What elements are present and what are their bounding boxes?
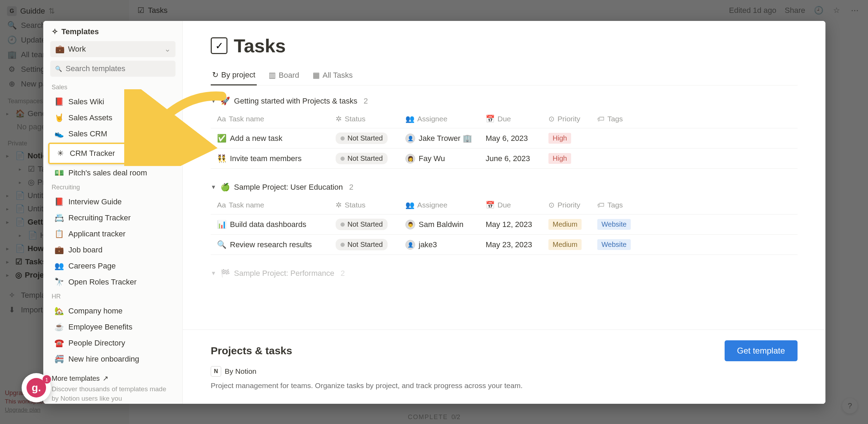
templates-sidebar: ✧ Templates 💼 Work ⌄ 🔍 Sales📕Sales Wiki🤘…: [43, 21, 183, 404]
external-link-icon: ↗: [103, 374, 108, 383]
priority-tag: Medium: [548, 219, 582, 230]
group-header[interactable]: ▼🏁Sample Project: Performance2: [211, 265, 798, 282]
group-toggle-icon[interactable]: ▼: [211, 98, 216, 104]
table-row[interactable]: ✅Add a new task Not Started 👤Jake Trower…: [211, 128, 798, 149]
group-toggle-icon[interactable]: ▼: [211, 184, 216, 190]
template-item[interactable]: 💵Pitch's sales deal room: [46, 165, 180, 181]
view-tab-icon: ↻: [212, 70, 218, 80]
badge-count: 1: [43, 375, 51, 384]
template-preview: ✓ Tasks ↻By project▥Board▦All Tasks ▼🚀Ge…: [183, 21, 825, 404]
template-item-crm-tracker[interactable]: ✳CRM Tracker: [48, 143, 178, 164]
priority-tag: Medium: [548, 239, 582, 250]
template-emoji-icon: 💵: [54, 168, 63, 177]
group-header[interactable]: ▼🚀Getting started with Projects & tasks2: [211, 92, 798, 110]
template-search[interactable]: 🔍: [50, 61, 175, 77]
priority-tag: High: [548, 153, 571, 164]
table-row[interactable]: 📊Build data dashboards Not Started 👨Sam …: [211, 214, 798, 235]
assignee-cell: 👤Jake Trower 🏢: [405, 134, 473, 143]
priority-tag: High: [548, 133, 571, 144]
view-tab[interactable]: ▦All Tasks: [311, 67, 354, 85]
view-tab[interactable]: ↻By project: [211, 67, 257, 85]
footer-title: Projects & tasks: [211, 345, 292, 357]
template-item[interactable]: 🤘Sales Assets: [46, 110, 180, 126]
template-emoji-icon: 🔭: [54, 278, 63, 287]
avatar-icon: 👤: [405, 134, 415, 143]
assignee-cell: 👩Fay Wu: [405, 154, 473, 164]
template-group-label: Recruiting: [43, 181, 182, 194]
assignee-cell: 👨Sam Baldwin: [405, 220, 473, 229]
template-category-select[interactable]: 💼 Work ⌄: [50, 41, 175, 57]
template-item[interactable]: 📕Sales Wiki: [46, 94, 180, 110]
chevron-down-icon: ⌄: [164, 45, 171, 54]
guidde-badge[interactable]: g. 1: [22, 373, 51, 402]
template-emoji-icon: 💼: [54, 245, 63, 255]
assignee-cell: 👤jake3: [405, 240, 473, 250]
more-templates-sub: Discover thousands of templates made by …: [43, 385, 182, 403]
template-emoji-icon: 📕: [54, 197, 63, 206]
template-emoji-icon: ✳: [56, 149, 65, 158]
template-item[interactable]: 🔭Open Roles Tracker: [46, 274, 180, 290]
templates-modal: ✧ Templates 💼 Work ⌄ 🔍 Sales📕Sales Wiki🤘…: [43, 21, 825, 404]
template-item[interactable]: 📋Applicant tracker: [46, 226, 180, 242]
group-header[interactable]: ▼🍏Sample Project: User Education2: [211, 179, 798, 196]
status-pill: Not Started: [336, 239, 388, 250]
view-tab-icon: ▦: [313, 71, 320, 80]
group-toggle-icon[interactable]: ▼: [211, 270, 216, 277]
template-item[interactable]: 📇Recruiting Tracker: [46, 210, 180, 226]
get-template-button[interactable]: Get template: [725, 340, 798, 361]
preview-title: Tasks: [234, 35, 286, 56]
template-group-label: Sales: [43, 81, 182, 94]
template-item[interactable]: ☎️People Directory: [46, 335, 180, 351]
status-pill: Not Started: [336, 219, 388, 230]
templates-title: ✧ Templates: [43, 26, 182, 41]
avatar-icon: 👩: [405, 154, 415, 164]
template-emoji-icon: ☎️: [54, 339, 63, 348]
status-pill: Not Started: [336, 153, 388, 164]
template-emoji-icon: ☕: [54, 323, 63, 332]
templates-icon: ✧: [52, 27, 58, 36]
template-emoji-icon: 🤘: [54, 113, 63, 122]
template-item[interactable]: ☕Employee Benefits: [46, 319, 180, 335]
template-item[interactable]: 🏡Company home: [46, 303, 180, 319]
notion-logo-icon: N: [211, 366, 221, 377]
search-input[interactable]: [66, 64, 171, 73]
view-tabs: ↻By project▥Board▦All Tasks: [211, 67, 798, 85]
task-table: AaTask name ✲Status 👥Assignee 📅Due ⊙Prio…: [211, 110, 798, 169]
preview-footer: Projects & tasks Get template N By Notio…: [183, 330, 825, 404]
template-item[interactable]: 👥Careers Page: [46, 258, 180, 274]
template-emoji-icon: 🚝: [54, 355, 63, 364]
table-row[interactable]: 🔍Review research results Not Started 👤ja…: [211, 235, 798, 255]
tag-pill: Website: [597, 219, 631, 230]
template-item[interactable]: 💼Job board: [46, 242, 180, 258]
briefcase-icon: 💼: [55, 45, 65, 54]
template-emoji-icon: 📇: [54, 213, 63, 222]
task-table: AaTask name ✲Status 👥Assignee 📅Due ⊙Prio…: [211, 196, 798, 255]
template-emoji-icon: 📕: [54, 97, 63, 106]
view-tab-icon: ▥: [269, 71, 276, 80]
template-item[interactable]: 👟Sales CRM: [46, 126, 180, 142]
tag-pill: Website: [597, 239, 631, 250]
view-tab[interactable]: ▥Board: [267, 67, 301, 85]
template-item[interactable]: 🚝New hire onboarding: [46, 351, 180, 367]
table-row[interactable]: 👯Invite team members Not Started 👩Fay Wu…: [211, 149, 798, 169]
avatar-icon: 👤: [405, 240, 415, 250]
by-author: By Notion: [225, 367, 256, 376]
template-emoji-icon: 👥: [54, 262, 63, 271]
template-emoji-icon: 🏡: [54, 306, 63, 316]
more-templates[interactable]: More templates ↗: [43, 367, 182, 385]
template-group-label: HR: [43, 290, 182, 303]
preview-page-icon: ✓: [211, 37, 227, 54]
template-emoji-icon: 📋: [54, 229, 63, 238]
template-item[interactable]: 📕Interview Guide: [46, 194, 180, 210]
template-emoji-icon: 👟: [54, 129, 63, 138]
search-icon: 🔍: [55, 66, 62, 72]
status-pill: Not Started: [336, 132, 388, 144]
avatar-icon: 👨: [405, 220, 415, 229]
footer-desc: Project management for teams. Organize t…: [211, 381, 798, 390]
